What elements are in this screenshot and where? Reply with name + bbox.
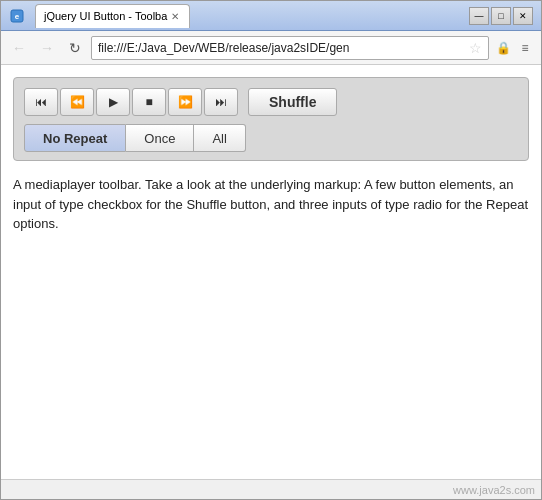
minimize-button[interactable]: — [469, 7, 489, 25]
shuffle-button[interactable]: Shuffle [248, 88, 337, 116]
security-icon-button[interactable]: 🔒 [493, 36, 513, 60]
nav-extra-buttons: 🔒 ≡ [493, 36, 535, 60]
status-bar: www.java2s.com [1, 479, 541, 499]
window-frame: e jQuery UI Button - Toolba ✕ — □ ✕ ← → … [0, 0, 542, 500]
address-bar: ☆ [91, 36, 489, 60]
active-tab[interactable]: jQuery UI Button - Toolba ✕ [35, 4, 190, 28]
title-bar: e jQuery UI Button - Toolba ✕ — □ ✕ [1, 1, 541, 31]
description-text: A mediaplayer toolbar. Take a look at th… [13, 175, 529, 234]
back-button[interactable]: ← [7, 36, 31, 60]
step-back-button[interactable]: ⏪ [60, 88, 94, 116]
media-toolbar: ⏮ ⏪ ▶ ■ ⏩ ⏭ Shuffle No Repeat Once All [13, 77, 529, 161]
step-forward-button[interactable]: ⏩ [168, 88, 202, 116]
bookmark-star-icon: ☆ [469, 40, 482, 56]
svg-text:e: e [15, 12, 20, 21]
address-input[interactable] [98, 41, 465, 55]
no-repeat-button[interactable]: No Repeat [24, 124, 126, 152]
nav-bar: ← → ↻ ☆ 🔒 ≡ [1, 31, 541, 65]
all-button[interactable]: All [194, 124, 245, 152]
once-button[interactable]: Once [126, 124, 194, 152]
skip-forward-button[interactable]: ⏭ [204, 88, 238, 116]
watermark-text: www.java2s.com [453, 484, 535, 496]
close-button[interactable]: ✕ [513, 7, 533, 25]
skip-back-button[interactable]: ⏮ [24, 88, 58, 116]
tab-strip: jQuery UI Button - Toolba ✕ [35, 4, 190, 28]
menu-button[interactable]: ≡ [515, 36, 535, 60]
tab-label: jQuery UI Button - Toolba [44, 10, 167, 22]
stop-button[interactable]: ■ [132, 88, 166, 116]
browser-icon: e [9, 8, 25, 24]
maximize-button[interactable]: □ [491, 7, 511, 25]
forward-button[interactable]: → [35, 36, 59, 60]
playback-row: ⏮ ⏪ ▶ ■ ⏩ ⏭ Shuffle [24, 88, 518, 116]
repeat-row: No Repeat Once All [24, 124, 518, 152]
play-button[interactable]: ▶ [96, 88, 130, 116]
page-content: ⏮ ⏪ ▶ ■ ⏩ ⏭ Shuffle No Repeat Once All [1, 65, 541, 479]
tab-close-button[interactable]: ✕ [171, 11, 179, 22]
refresh-button[interactable]: ↻ [63, 36, 87, 60]
window-controls: — □ ✕ [469, 7, 533, 25]
